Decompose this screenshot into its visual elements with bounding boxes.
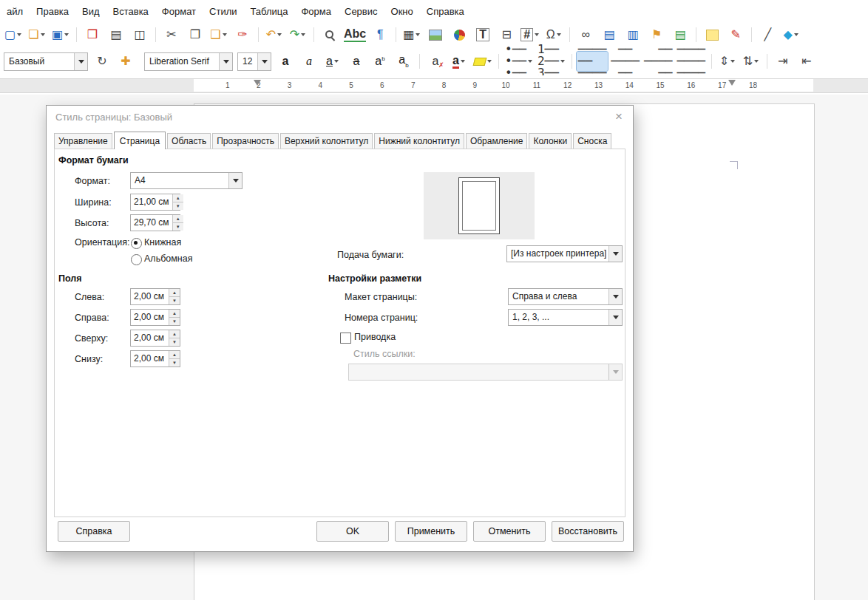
margin-bottom-input[interactable]: 2,00 см bbox=[130, 350, 180, 367]
basic-shapes-icon[interactable]: ◆ bbox=[780, 25, 802, 44]
export-pdf-icon[interactable]: ❒ bbox=[81, 25, 104, 44]
insert-textbox-icon[interactable]: T bbox=[472, 25, 494, 44]
paragraph-style-combo[interactable]: Базовый bbox=[4, 52, 88, 71]
menu-insert[interactable]: Вставка bbox=[106, 3, 155, 20]
margin-top-input[interactable]: 2,00 см bbox=[130, 330, 180, 347]
portrait-radio[interactable] bbox=[131, 238, 142, 249]
justify-icon[interactable]: ──── ──── ──── bbox=[675, 52, 707, 71]
font-color-icon[interactable]: а bbox=[448, 52, 470, 71]
italic-icon[interactable]: а bbox=[298, 52, 320, 71]
find-replace-icon[interactable] bbox=[319, 25, 341, 44]
register-true-label[interactable]: Приводка bbox=[354, 332, 396, 342]
font-size-combo[interactable]: 12 bbox=[237, 52, 271, 71]
dropdown-arrow-icon[interactable] bbox=[608, 246, 622, 262]
menu-form[interactable]: Форма bbox=[294, 3, 338, 20]
spin-down-icon[interactable] bbox=[169, 338, 180, 346]
new-document-icon[interactable]: ▢ bbox=[2, 25, 24, 44]
bold-icon[interactable]: а bbox=[274, 52, 296, 71]
print-preview-icon[interactable]: ◫ bbox=[129, 25, 151, 44]
update-style-icon[interactable]: ↻ bbox=[91, 52, 113, 71]
superscript-icon[interactable]: а bbox=[369, 52, 391, 71]
insert-line-icon[interactable]: ╱ bbox=[756, 25, 779, 44]
strikethrough-icon[interactable]: а bbox=[345, 52, 367, 71]
spin-up-icon[interactable] bbox=[173, 215, 183, 223]
decrease-indent-icon[interactable]: ⇤ bbox=[796, 52, 818, 71]
tab-header[interactable]: Верхний колонтитул bbox=[280, 133, 373, 149]
tab-area[interactable]: Область bbox=[167, 133, 211, 149]
paste-icon[interactable]: ❑ bbox=[208, 25, 230, 44]
width-input[interactable]: 21,00 см bbox=[130, 194, 180, 211]
insert-image-icon[interactable] bbox=[424, 25, 447, 44]
undo-icon[interactable]: ↶ bbox=[263, 25, 285, 44]
tab-footer[interactable]: Нижний колонтитул bbox=[374, 133, 464, 149]
numbered-list-icon[interactable]: 1── 2── 3── bbox=[536, 52, 567, 71]
close-icon[interactable]: × bbox=[611, 109, 627, 125]
spin-up-icon[interactable] bbox=[173, 194, 183, 202]
dropdown-arrow-icon[interactable] bbox=[257, 53, 271, 70]
ok-button[interactable]: OK bbox=[316, 521, 389, 542]
menu-help[interactable]: Справка bbox=[420, 3, 471, 20]
spin-down-icon[interactable] bbox=[169, 297, 180, 304]
horizontal-ruler[interactable]: 1 2 3 4 5 6 7 8 9 10 11 12 13 14 15 bbox=[0, 75, 868, 95]
cut-icon[interactable]: ✂ bbox=[160, 25, 183, 44]
insert-table-icon[interactable]: ▦ bbox=[401, 25, 423, 44]
menu-tools[interactable]: Сервис bbox=[338, 3, 384, 20]
register-true-checkbox[interactable] bbox=[340, 333, 351, 344]
redo-icon[interactable]: ↷ bbox=[287, 25, 309, 44]
right-indent-marker-icon[interactable] bbox=[728, 80, 736, 86]
menu-view[interactable]: Вид bbox=[75, 3, 106, 20]
new-style-icon[interactable]: ✚ bbox=[115, 52, 137, 71]
save-icon[interactable]: ▣ bbox=[50, 25, 72, 44]
spin-down-icon[interactable] bbox=[173, 202, 183, 210]
spin-up-icon[interactable] bbox=[169, 330, 180, 338]
dropdown-arrow-icon[interactable] bbox=[608, 310, 622, 325]
copy-icon[interactable]: ❐ bbox=[184, 25, 206, 44]
cancel-button[interactable]: Отменить bbox=[473, 521, 546, 542]
clone-formatting-icon[interactable]: ✑ bbox=[231, 25, 254, 44]
indent-marker-icon[interactable] bbox=[254, 80, 261, 86]
underline-icon[interactable]: а bbox=[322, 52, 344, 71]
align-left-icon[interactable]: ──── ── ──── bbox=[577, 52, 608, 71]
dropdown-arrow-icon[interactable] bbox=[219, 53, 232, 70]
menu-styles[interactable]: Стили bbox=[203, 3, 243, 20]
height-input[interactable]: 29,70 см bbox=[130, 214, 180, 231]
align-right-icon[interactable]: ── ──── ── bbox=[642, 52, 674, 71]
margin-left-input[interactable]: 2,00 см bbox=[130, 288, 180, 305]
portrait-label[interactable]: Книжная bbox=[144, 237, 181, 248]
increase-indent-icon[interactable]: ⇥ bbox=[772, 52, 794, 71]
tab-borders[interactable]: Обрамление bbox=[466, 133, 527, 149]
insert-chart-icon[interactable] bbox=[448, 25, 470, 44]
highlight-color-icon[interactable] bbox=[472, 52, 494, 71]
font-name-combo[interactable]: Liberation Serif bbox=[144, 52, 233, 71]
menu-table[interactable]: Таблица bbox=[244, 3, 295, 20]
menu-file[interactable]: айл bbox=[0, 3, 30, 20]
spin-up-icon[interactable] bbox=[169, 310, 180, 318]
spin-up-icon[interactable] bbox=[169, 351, 180, 359]
paper-tray-select[interactable]: [Из настроек принтера] bbox=[506, 245, 623, 262]
help-button[interactable]: Справка bbox=[58, 521, 130, 542]
landscape-label[interactable]: Альбомная bbox=[144, 253, 192, 264]
spellcheck-icon[interactable]: Abc bbox=[342, 25, 367, 44]
bullet-list-icon[interactable]: •── •── •── bbox=[503, 52, 535, 71]
apply-button[interactable]: Применить bbox=[395, 521, 467, 542]
spin-down-icon[interactable] bbox=[169, 318, 180, 325]
landscape-radio[interactable] bbox=[131, 254, 142, 265]
paragraph-spacing-icon[interactable]: ⇅ bbox=[740, 52, 762, 71]
tab-columns[interactable]: Колонки bbox=[529, 133, 572, 149]
line-spacing-icon[interactable]: ⇕ bbox=[716, 52, 739, 71]
dropdown-arrow-icon[interactable] bbox=[228, 173, 242, 188]
spin-up-icon[interactable] bbox=[169, 289, 180, 297]
open-icon[interactable]: ❏ bbox=[26, 25, 48, 44]
align-center-icon[interactable]: ── ──── ── bbox=[609, 52, 641, 71]
print-icon[interactable]: ▤ bbox=[105, 25, 127, 44]
tab-organizer[interactable]: Управление bbox=[54, 133, 112, 149]
page-numbers-select[interactable]: 1, 2, 3, ... bbox=[508, 309, 623, 326]
dropdown-arrow-icon[interactable] bbox=[608, 289, 622, 304]
tab-page[interactable]: Страница bbox=[114, 132, 166, 149]
dropdown-arrow-icon[interactable] bbox=[74, 53, 87, 70]
tab-footnote[interactable]: Сноска bbox=[573, 133, 611, 149]
subscript-icon[interactable]: а bbox=[393, 52, 415, 71]
page-layout-select[interactable]: Справа и слева bbox=[508, 288, 623, 305]
formatting-marks-icon[interactable]: ¶ bbox=[369, 25, 391, 44]
menu-format[interactable]: Формат bbox=[155, 3, 203, 20]
